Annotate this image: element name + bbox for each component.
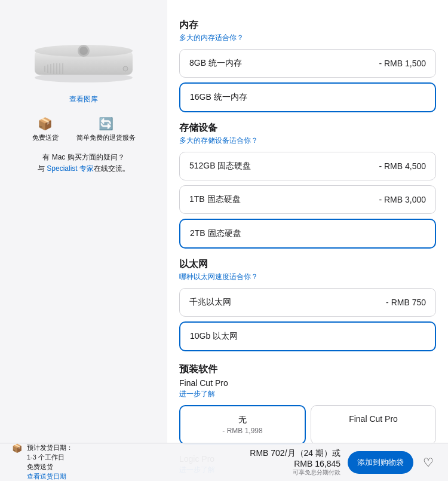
delivery-info: 📦 预计发货日期： 1-3 个工作日 免费送货 查看送货日期: [12, 443, 73, 481]
price-add-section: RMB 702/月（24 期）或 RMB 16,845 可享免息分期付款 添加到…: [250, 448, 436, 477]
delivery-days: 1-3 个工作日: [27, 453, 73, 462]
fcp-option-fcp[interactable]: Final Cut Pro: [311, 405, 436, 445]
price-monthly: RMB 702/月（24 期）或: [250, 448, 340, 459]
purchase-help: 有 Mac 购买方面的疑问？ 与 Specialist 专家在线交流。: [38, 152, 130, 174]
return-shipping-item: 🔄 简单免费的退货服务: [76, 117, 136, 142]
delivery-icon: 📦: [12, 443, 22, 453]
final-cut-pro-learn-more[interactable]: 进一步了解: [179, 389, 436, 399]
svg-point-12: [123, 66, 128, 71]
help-line2: 与 Specialist 专家在线交流。: [38, 163, 130, 174]
memory-option-1-label: 16GB 统一内存: [190, 92, 247, 103]
storage-option-0-price: - RMB 4,500: [379, 161, 426, 171]
ethernet-section: 以太网 哪种以太网速度适合你？ 千兆以太网 - RMB 750 10Gb 以太网: [179, 258, 436, 351]
storage-option-1-price: - RMB 3,000: [379, 195, 426, 204]
memory-title: 内存: [179, 19, 436, 32]
memory-option-0-price: - RMB 1,500: [379, 59, 426, 68]
memory-option-0[interactable]: 8GB 统一内存 - RMB 1,500: [179, 49, 436, 78]
storage-option-2-label: 2TB 固态硬盘: [190, 228, 241, 239]
left-panel: 查看图库 📦 免费送货 🔄 简单免费的退货服务 有 Mac 购买方面的疑问？ 与…: [0, 0, 167, 481]
specialist-link[interactable]: Specialist 专家: [47, 164, 94, 173]
final-cut-pro-options: 无 - RMB 1,998 Final Cut Pro: [179, 405, 436, 445]
delivery-details: 预计发货日期： 1-3 个工作日 免费送货 查看送货日期: [27, 443, 73, 481]
add-to-bag-button[interactable]: 添加到购物袋: [348, 451, 413, 474]
storage-option-1-label: 1TB 固态硬盘: [189, 194, 241, 205]
storage-subtitle[interactable]: 多大的存储设备适合你？: [179, 136, 436, 146]
price-block: RMB 702/月（24 期）或 RMB 16,845 可享免息分期付款: [250, 448, 340, 477]
svg-point-4: [79, 47, 88, 55]
ethernet-subtitle[interactable]: 哪种以太网速度适合你？: [179, 272, 436, 282]
storage-option-0-label: 512GB 固态硬盘: [189, 161, 251, 171]
free-shipping-icon: 📦: [38, 117, 53, 131]
ethernet-option-0-label: 千兆以太网: [189, 297, 231, 308]
shipping-info: 📦 免费送货 🔄 简单免费的退货服务: [12, 117, 155, 142]
memory-option-1[interactable]: 16GB 统一内存: [179, 82, 436, 112]
ethernet-option-1[interactable]: 10Gb 以太网: [179, 321, 436, 351]
ethernet-option-0-price: - RMB 750: [386, 298, 426, 307]
free-shipping-item: 📦 免费送货: [32, 117, 59, 142]
product-image: [18, 12, 149, 90]
storage-title: 存储设备: [179, 122, 436, 134]
memory-option-0-label: 8GB 统一内存: [189, 58, 242, 69]
delivery-shipping: 免费送货: [27, 462, 73, 471]
delivery-label: 预计发货日期：: [27, 443, 73, 452]
price-total: RMB 16,845: [250, 459, 340, 468]
return-shipping-label: 简单免费的退货服务: [76, 133, 136, 142]
ethernet-title: 以太网: [179, 258, 436, 271]
wishlist-button[interactable]: ♡: [421, 453, 436, 472]
help-line1: 有 Mac 购买方面的疑问？: [38, 152, 130, 163]
memory-section: 内存 多大的内存适合你？ 8GB 统一内存 - RMB 1,500 16GB 统…: [179, 19, 436, 112]
fcp-option-none[interactable]: 无 - RMB 1,998: [179, 405, 306, 445]
return-shipping-icon: 🔄: [99, 117, 113, 131]
storage-option-1[interactable]: 1TB 固态硬盘 - RMB 3,000: [179, 185, 436, 214]
memory-subtitle[interactable]: 多大的内存适合你？: [179, 33, 436, 43]
final-cut-pro-title: Final Cut Pro: [179, 378, 436, 388]
bottom-bar: 📦 预计发货日期： 1-3 个工作日 免费送货 查看送货日期 RMB 702/月…: [0, 443, 448, 481]
price-note: 可享免息分期付款: [250, 468, 340, 477]
storage-option-2[interactable]: 2TB 固态硬盘: [179, 219, 436, 249]
view-gallery-link[interactable]: 查看图库: [69, 94, 98, 105]
ethernet-option-1-label: 10Gb 以太网: [190, 331, 238, 342]
storage-section: 存储设备 多大的存储设备适合你？ 512GB 固态硬盘 - RMB 4,500 …: [179, 122, 436, 249]
fcp-none-label: 无: [188, 415, 297, 425]
final-cut-pro-section: Final Cut Pro 进一步了解 无 - RMB 1,998 Final …: [179, 378, 436, 445]
fcp-label: Final Cut Pro: [318, 414, 428, 424]
right-panel: 内存 多大的内存适合你？ 8GB 统一内存 - RMB 1,500 16GB 统…: [167, 0, 448, 481]
fcp-none-price: - RMB 1,998: [188, 427, 297, 435]
ethernet-option-0[interactable]: 千兆以太网 - RMB 750: [179, 288, 436, 317]
software-title: 预装软件: [179, 363, 436, 376]
storage-option-0[interactable]: 512GB 固态硬盘 - RMB 4,500: [179, 152, 436, 180]
delivery-track-link[interactable]: 查看送货日期: [27, 472, 73, 481]
free-shipping-label: 免费送货: [32, 133, 59, 142]
